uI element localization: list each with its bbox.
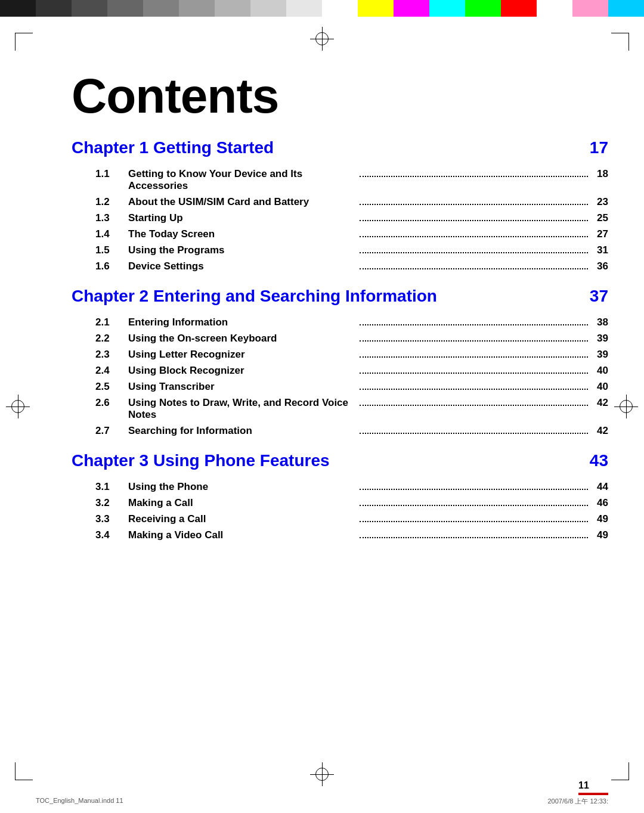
color-bar-segment bbox=[250, 0, 286, 17]
item-text: Device Settings bbox=[128, 260, 357, 272]
color-bar-segment bbox=[501, 0, 537, 17]
item-dots bbox=[360, 220, 589, 221]
toc-section-3: Chapter 3 Using Phone Features433.1Using… bbox=[72, 451, 608, 541]
item-dots bbox=[360, 505, 589, 506]
item-number: 1.2 bbox=[95, 196, 128, 208]
chapter-title-1: Chapter 1 Getting Started bbox=[72, 138, 274, 157]
toc-item: 1.6Device Settings36 bbox=[72, 260, 608, 272]
item-number: 2.5 bbox=[95, 381, 128, 393]
item-page: 46 bbox=[590, 497, 608, 509]
item-dots bbox=[360, 389, 589, 390]
toc-item: 2.5Using Transcriber40 bbox=[72, 381, 608, 393]
page-title: Contents bbox=[72, 72, 608, 120]
color-bar-segment bbox=[179, 0, 215, 17]
item-dots bbox=[360, 176, 589, 177]
chapter-title-3: Chapter 3 Using Phone Features bbox=[72, 451, 330, 470]
item-text: Getting to Know Your Device and Its Acce… bbox=[128, 168, 357, 192]
chapter-page-1: 17 bbox=[590, 138, 608, 157]
item-text: Using Letter Recognizer bbox=[128, 349, 357, 361]
chapter-page-3: 43 bbox=[590, 451, 608, 470]
page-number: 11 bbox=[578, 780, 589, 790]
item-page: 36 bbox=[590, 260, 608, 272]
main-content: Contents Chapter 1 Getting Started171.1G… bbox=[72, 72, 608, 765]
toc-item: 3.4Making a Video Call49 bbox=[72, 529, 608, 541]
item-page: 39 bbox=[590, 333, 608, 345]
item-page: 27 bbox=[590, 228, 608, 240]
item-number: 2.4 bbox=[95, 365, 128, 377]
item-number: 2.1 bbox=[95, 316, 128, 328]
chapter-page-2: 37 bbox=[590, 287, 608, 306]
item-dots bbox=[360, 433, 589, 434]
toc-item: 1.2About the USIM/SIM Card and Battery23 bbox=[72, 196, 608, 208]
reg-mark-top bbox=[310, 27, 334, 51]
item-page: 49 bbox=[590, 513, 608, 525]
item-dots bbox=[360, 340, 589, 342]
toc-item: 3.2Making a Call46 bbox=[72, 497, 608, 509]
color-bar-segment bbox=[0, 0, 36, 17]
color-bar-segment bbox=[358, 0, 394, 17]
item-text: Using Notes to Draw, Write, and Record V… bbox=[128, 397, 357, 421]
item-page: 23 bbox=[590, 196, 608, 208]
toc-item: 1.4The Today Screen27 bbox=[72, 228, 608, 240]
item-text: Using the Phone bbox=[128, 481, 357, 493]
item-text: The Today Screen bbox=[128, 228, 357, 240]
item-page: 25 bbox=[590, 212, 608, 224]
toc-item: 1.5Using the Programs31 bbox=[72, 244, 608, 256]
item-page: 38 bbox=[590, 316, 608, 328]
reg-mark-bottom bbox=[310, 762, 334, 786]
item-page: 44 bbox=[590, 481, 608, 493]
color-bar-segment bbox=[215, 0, 250, 17]
color-bar-segment bbox=[286, 0, 322, 17]
color-bar-segment bbox=[72, 0, 107, 17]
color-bar-segment bbox=[537, 0, 572, 17]
item-dots bbox=[360, 521, 589, 522]
corner-mark-tl bbox=[15, 33, 33, 51]
chapter-heading-2: Chapter 2 Entering and Searching Informa… bbox=[72, 287, 608, 308]
item-text: Using Block Recognizer bbox=[128, 365, 357, 377]
item-number: 3.2 bbox=[95, 497, 128, 509]
item-dots bbox=[360, 324, 589, 325]
reg-mark-right bbox=[614, 395, 638, 418]
item-text: Searching for Information bbox=[128, 425, 357, 437]
item-page: 40 bbox=[590, 365, 608, 377]
toc-item: 2.4Using Block Recognizer40 bbox=[72, 365, 608, 377]
toc-item: 2.2Using the On-screen Keyboard39 bbox=[72, 333, 608, 345]
item-number: 1.3 bbox=[95, 212, 128, 224]
item-text: Starting Up bbox=[128, 212, 357, 224]
toc-item: 2.1Entering Information38 bbox=[72, 316, 608, 328]
item-number: 1.1 bbox=[95, 168, 128, 180]
item-page: 31 bbox=[590, 244, 608, 256]
item-page: 42 bbox=[590, 397, 608, 409]
item-number: 3.4 bbox=[95, 529, 128, 541]
item-text: Entering Information bbox=[128, 316, 357, 328]
chapters-container: Chapter 1 Getting Started171.1Getting to… bbox=[72, 138, 608, 541]
page-number-line bbox=[578, 793, 608, 795]
item-page: 42 bbox=[590, 425, 608, 437]
item-text: Receiving a Call bbox=[128, 513, 357, 525]
item-text: Making a Video Call bbox=[128, 529, 357, 541]
item-page: 40 bbox=[590, 381, 608, 393]
item-number: 2.6 bbox=[95, 397, 128, 409]
color-bar-segment bbox=[429, 0, 465, 17]
toc-item: 1.3Starting Up25 bbox=[72, 212, 608, 224]
item-dots bbox=[360, 252, 589, 253]
footer-left: TOC_English_Manual.indd 11 bbox=[36, 797, 123, 806]
toc-item: 2.7Searching for Information42 bbox=[72, 425, 608, 437]
corner-mark-br bbox=[611, 762, 629, 780]
toc-item: 1.1Getting to Know Your Device and Its A… bbox=[72, 168, 608, 192]
item-text: About the USIM/SIM Card and Battery bbox=[128, 196, 357, 208]
item-page: 39 bbox=[590, 349, 608, 361]
color-bar-segment bbox=[572, 0, 608, 17]
item-number: 1.6 bbox=[95, 260, 128, 272]
toc-item: 3.3Receiving a Call49 bbox=[72, 513, 608, 525]
item-dots bbox=[360, 373, 589, 374]
item-number: 3.1 bbox=[95, 481, 128, 493]
color-bar-segment bbox=[608, 0, 644, 17]
toc-item: 2.6Using Notes to Draw, Write, and Recor… bbox=[72, 397, 608, 421]
item-number: 3.3 bbox=[95, 513, 128, 525]
item-dots bbox=[360, 405, 589, 406]
toc-section-2: Chapter 2 Entering and Searching Informa… bbox=[72, 287, 608, 437]
item-dots bbox=[360, 537, 589, 538]
item-dots bbox=[360, 236, 589, 237]
chapter-heading-1: Chapter 1 Getting Started17 bbox=[72, 138, 608, 160]
